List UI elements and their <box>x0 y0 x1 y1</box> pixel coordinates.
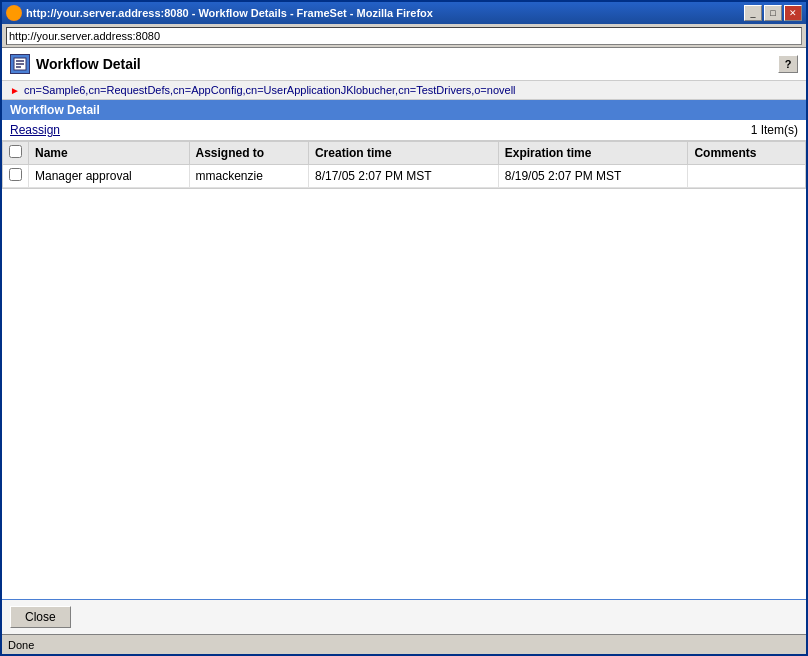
row-checkbox[interactable] <box>9 168 22 181</box>
row-comments <box>688 165 805 188</box>
table-header-row: Name Assigned to Creation time Expiratio… <box>3 142 805 165</box>
title-bar-buttons: _ □ ✕ <box>744 5 802 21</box>
address-input[interactable] <box>6 27 802 45</box>
status-bar: Done <box>2 634 806 654</box>
th-comments: Comments <box>688 142 805 165</box>
title-bar-text: http://your.server.address:8080 - Workfl… <box>26 7 433 19</box>
page-icon <box>10 54 30 74</box>
row-assigned-to: mmackenzie <box>189 165 308 188</box>
reassign-link[interactable]: Reassign <box>10 123 60 137</box>
item-count: 1 Item(s) <box>751 123 798 137</box>
th-checkbox <box>3 142 29 165</box>
row-expiration-time: 8/19/05 2:07 PM MST <box>498 165 688 188</box>
th-assigned-to: Assigned to <box>189 142 308 165</box>
title-bar-left: http://your.server.address:8080 - Workfl… <box>6 5 433 21</box>
bottom-area: Close <box>2 599 806 634</box>
table-row: Manager approval mmackenzie 8/17/05 2:07… <box>3 165 805 188</box>
page-content: Workflow Detail ? ► cn=Sample6,cn=Reques… <box>2 48 806 634</box>
breadcrumb-text: cn=Sample6,cn=RequestDefs,cn=AppConfig,c… <box>24 84 516 96</box>
firefox-icon <box>6 5 22 21</box>
page-title: Workflow Detail <box>36 56 141 72</box>
th-name: Name <box>29 142 190 165</box>
window-close-button[interactable]: ✕ <box>784 5 802 21</box>
table-container: Name Assigned to Creation time Expiratio… <box>2 141 806 189</box>
minimize-button[interactable]: _ <box>744 5 762 21</box>
workflow-table: Name Assigned to Creation time Expiratio… <box>3 142 805 188</box>
title-bar: http://your.server.address:8080 - Workfl… <box>2 2 806 24</box>
page-header: Workflow Detail ? <box>2 48 806 81</box>
browser-window: http://your.server.address:8080 - Workfl… <box>0 0 808 656</box>
row-checkbox-cell <box>3 165 29 188</box>
section-header: Workflow Detail <box>2 100 806 120</box>
breadcrumb: ► cn=Sample6,cn=RequestDefs,cn=AppConfig… <box>2 81 806 100</box>
toolbar-row: Reassign 1 Item(s) <box>2 120 806 141</box>
page-title-row: Workflow Detail <box>10 54 141 74</box>
status-text: Done <box>8 639 34 651</box>
th-creation-time: Creation time <box>308 142 498 165</box>
maximize-button[interactable]: □ <box>764 5 782 21</box>
workflow-icon <box>13 57 27 71</box>
help-button[interactable]: ? <box>778 55 798 73</box>
address-bar <box>2 24 806 48</box>
close-button[interactable]: Close <box>10 606 71 628</box>
row-name: Manager approval <box>29 165 190 188</box>
select-all-checkbox[interactable] <box>9 145 22 158</box>
section-title: Workflow Detail <box>10 103 100 117</box>
main-area: Name Assigned to Creation time Expiratio… <box>2 141 806 599</box>
row-creation-time: 8/17/05 2:07 PM MST <box>308 165 498 188</box>
breadcrumb-arrow: ► <box>10 85 20 96</box>
th-expiration-time: Expiration time <box>498 142 688 165</box>
